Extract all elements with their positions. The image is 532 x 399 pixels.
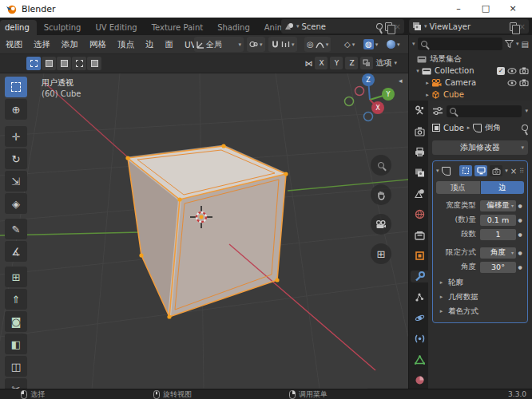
outliner-editor-chevron[interactable]: ▾: [412, 41, 415, 47]
filter-icon[interactable]: [505, 40, 514, 48]
outliner-row-collection[interactable]: ▾ Collection ✓: [409, 65, 532, 77]
edit-mode-display-toggle[interactable]: [459, 165, 472, 176]
pin-icon[interactable]: [375, 22, 383, 30]
breadcrumb-object[interactable]: Cube: [443, 124, 464, 132]
maximize-button[interactable]: □: [472, 0, 499, 18]
menu-mesh[interactable]: 网格: [84, 39, 112, 50]
tool-rotate[interactable]: ↻: [5, 148, 27, 169]
view-layer-chevron[interactable]: ▾: [424, 23, 427, 30]
options-dropdown[interactable]: 选项: [375, 57, 391, 69]
properties-tab-constraints[interactable]: [411, 333, 428, 345]
mirror-y-toggle[interactable]: Y: [330, 57, 343, 69]
render-visibility-icon[interactable]: [519, 79, 529, 86]
workspace-tab-sculpting[interactable]: Sculpting: [37, 20, 89, 35]
modifier-extras-chevron[interactable]: ▾: [505, 168, 508, 174]
outliner-row-camera[interactable]: ▸ Camera: [409, 77, 532, 89]
eye-icon[interactable]: [507, 80, 517, 86]
breadcrumb-modifier[interactable]: 倒角: [485, 122, 518, 133]
realtime-display-toggle[interactable]: [474, 165, 487, 176]
mirror-x-toggle[interactable]: X: [315, 57, 328, 69]
select-mode-extend[interactable]: [42, 57, 56, 70]
properties-tab-tool[interactable]: [411, 105, 428, 117]
modifier-expand-chevron[interactable]: ▾: [436, 168, 439, 174]
tool-move[interactable]: ✛: [5, 126, 27, 147]
drag-handle[interactable]: ⠿: [519, 168, 524, 175]
sidebar-toggle-arrow[interactable]: ◂: [399, 77, 403, 85]
tool-add-cube[interactable]: ⊞: [5, 267, 27, 287]
tool-inset-faces[interactable]: ◙: [5, 311, 27, 332]
geometry-subpanel[interactable]: ▸ 几何数据: [436, 290, 524, 304]
scene-name[interactable]: Scene: [302, 22, 374, 31]
snapping-control[interactable]: ▾: [268, 37, 297, 52]
tool-measure[interactable]: ∡: [5, 241, 27, 262]
ortho-toggle-button[interactable]: ⊞: [371, 243, 391, 264]
camera-expand-arrow[interactable]: ▸: [423, 80, 431, 86]
properties-search-input[interactable]: [447, 105, 522, 117]
camera-view-button[interactable]: [371, 214, 391, 235]
zoom-view-button[interactable]: [371, 155, 391, 176]
tool-scale[interactable]: ⇲: [5, 171, 27, 192]
animate-dot[interactable]: ●: [516, 231, 524, 237]
workspace-tab-modeling[interactable]: deling: [0, 20, 37, 35]
animate-dot[interactable]: ●: [516, 203, 524, 208]
outliner-row-scene-collection[interactable]: 场景集合: [409, 53, 532, 65]
view-layer-selector[interactable]: ▾ ViewLayer ×: [409, 19, 529, 34]
pin-id-icon[interactable]: [521, 124, 528, 131]
close-button[interactable]: ×: [499, 0, 526, 18]
tool-bevel[interactable]: ◧: [5, 334, 27, 354]
scene-selector[interactable]: ▾ Scene ×: [281, 19, 404, 34]
properties-tab-output[interactable]: [411, 146, 428, 158]
tool-transform[interactable]: ◈: [5, 193, 27, 214]
menu-add[interactable]: 添加: [56, 39, 84, 50]
select-mode-subtract[interactable]: [57, 57, 71, 70]
properties-tab-object-data[interactable]: [411, 354, 428, 365]
menu-select[interactable]: 选择: [28, 39, 56, 50]
view-layer-name[interactable]: ViewLayer: [430, 22, 507, 31]
display-mode-icon[interactable]: ▤: [522, 40, 529, 49]
render-display-toggle[interactable]: [490, 165, 502, 176]
properties-editor-icon[interactable]: [432, 106, 443, 116]
new-scene-icon[interactable]: [385, 22, 392, 31]
properties-tab-physics[interactable]: [411, 312, 428, 324]
delete-modifier-button[interactable]: ×: [510, 167, 517, 176]
cube-expand-arrow[interactable]: ▸: [423, 92, 431, 98]
show-gizmo-dropdown[interactable]: ◇ ▾: [342, 37, 357, 52]
overlays-dropdown[interactable]: ◍ ▾: [361, 37, 380, 52]
tool-loop-cut[interactable]: ◫: [5, 356, 27, 377]
transform-orientation-dropdown[interactable]: 全局 ▾: [194, 37, 244, 52]
select-mode-intersect[interactable]: [87, 57, 101, 70]
menu-face[interactable]: 面: [160, 39, 180, 50]
viewport-3d[interactable]: Z Y X 用户透视 (60) Cube ◂ ▢ ⊕ ✛ ↻ ⇲ ◈ ✎ ∡ ⊞…: [0, 73, 408, 389]
angle-field[interactable]: 30°: [480, 262, 516, 273]
amount-field[interactable]: 0.1 m: [480, 215, 516, 226]
tool-annotate[interactable]: ✎: [5, 219, 27, 239]
scene-browse-chevron[interactable]: ▾: [296, 23, 300, 30]
properties-options-chevron[interactable]: ▾: [525, 108, 528, 114]
tool-extrude-region[interactable]: ⇑: [5, 289, 27, 310]
menu-edge[interactable]: 边: [140, 39, 160, 50]
workspace-tab-uv-editing[interactable]: UV Editing: [88, 20, 144, 35]
eye-icon[interactable]: [507, 68, 517, 74]
snap-symmetry-icon[interactable]: [360, 57, 373, 69]
render-visibility-icon[interactable]: [519, 67, 529, 74]
animate-dot[interactable]: ●: [516, 250, 524, 255]
menu-vertex[interactable]: 顶点: [112, 39, 140, 50]
properties-tab-material[interactable]: [411, 374, 428, 386]
outliner-search-input[interactable]: [418, 38, 503, 50]
mirror-z-toggle[interactable]: Z: [345, 57, 358, 69]
shading-subpanel[interactable]: ▸ 着色方式: [436, 304, 524, 318]
filter-chevron[interactable]: ▾: [516, 41, 519, 47]
pan-view-button[interactable]: [371, 184, 391, 205]
animate-dot[interactable]: ●: [516, 264, 524, 270]
select-mode-invert[interactable]: [72, 57, 86, 70]
new-view-layer-icon[interactable]: [510, 22, 517, 31]
shading-mode-dropdown[interactable]: ▾: [384, 37, 403, 52]
add-modifier-button[interactable]: 添加修改器 ▾: [432, 140, 528, 155]
animate-dot[interactable]: ●: [516, 217, 524, 223]
profile-subpanel[interactable]: ▸ 轮廓: [436, 275, 524, 290]
workspace-tab-shading[interactable]: Shading: [210, 20, 257, 35]
proportional-edit-control[interactable]: ◎ ▾: [304, 37, 331, 52]
collection-checkbox[interactable]: ✓: [497, 67, 505, 75]
select-mode-new[interactable]: [26, 57, 41, 70]
width-type-dropdown[interactable]: 偏移量▾: [480, 200, 516, 211]
